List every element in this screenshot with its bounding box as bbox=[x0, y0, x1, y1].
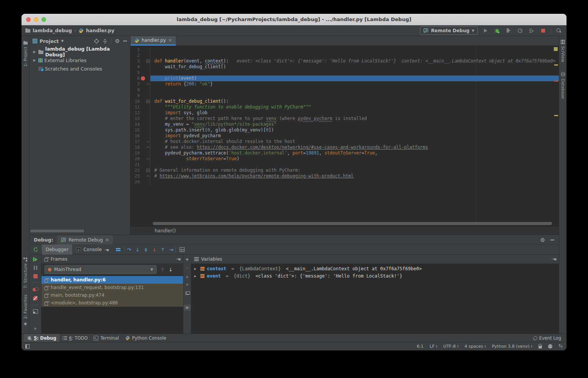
gear-icon[interactable]: ⚙ bbox=[540, 237, 545, 243]
debug-button[interactable] bbox=[493, 27, 501, 35]
expand-arrow-icon[interactable]: ▶ bbox=[194, 274, 198, 278]
tool-button-project[interactable]: 1: Project bbox=[23, 41, 28, 67]
locate-file-icon[interactable] bbox=[94, 39, 99, 44]
restore-layout-icon[interactable] bbox=[33, 309, 38, 314]
gutter[interactable]: 23 bbox=[130, 173, 150, 179]
debug-session-tab[interactable]: Remote Debug × bbox=[57, 235, 113, 245]
code-area[interactable]: 123def handler(event, context): event: <… bbox=[130, 46, 559, 226]
status-item[interactable]: Python 3.8 (venv)▴▾ bbox=[492, 344, 532, 349]
thread-dropdown[interactable]: MainThread ▼ bbox=[45, 265, 157, 274]
gutter[interactable]: 22 bbox=[130, 168, 150, 173]
pin-icon[interactable]: →▪ bbox=[552, 257, 556, 261]
tree-item-project-root[interactable]: ▶ lambda_debug [Lambda Debug] bbox=[30, 48, 130, 56]
frame-row[interactable]: handle_event_request, bootstrap.py:131 bbox=[41, 284, 183, 291]
gutter[interactable]: 8 bbox=[130, 87, 150, 93]
step-out-icon[interactable]: ↑ bbox=[159, 247, 167, 253]
gutter[interactable]: 13 bbox=[130, 116, 150, 122]
gutter[interactable]: 1 bbox=[130, 47, 150, 53]
variable-row[interactable]: ▶event = {dict} <class 'dict'>: {'messag… bbox=[191, 272, 559, 279]
tool-button-todo[interactable]: 6: TODO bbox=[59, 334, 91, 342]
profiler-button[interactable] bbox=[516, 27, 524, 35]
duplicate-watch-icon[interactable] bbox=[185, 291, 189, 295]
next-frame-icon[interactable]: ↓ bbox=[168, 267, 173, 273]
gutter[interactable]: 17 bbox=[130, 139, 150, 145]
gutter[interactable]: 3 bbox=[130, 58, 150, 64]
evaluate-expression-icon[interactable] bbox=[180, 247, 185, 252]
gutter[interactable]: 24 bbox=[130, 179, 150, 185]
gutter[interactable]: 12 bbox=[130, 110, 150, 116]
breadcrumb-file[interactable]: handler.py bbox=[86, 28, 114, 33]
fold-marker[interactable] bbox=[146, 158, 149, 161]
show-watches-icon[interactable]: ∞ bbox=[184, 305, 191, 311]
inspection-indicator[interactable] bbox=[554, 47, 558, 51]
rerun-icon[interactable] bbox=[33, 247, 38, 252]
close-session-icon[interactable]: × bbox=[105, 237, 109, 243]
pause-program-icon[interactable] bbox=[34, 266, 37, 270]
collapse-all-icon[interactable] bbox=[102, 39, 107, 44]
force-step-into-icon[interactable]: ⇟ bbox=[142, 247, 150, 253]
chevron-down-icon[interactable]: ▼ bbox=[61, 39, 64, 43]
editor-vertical-scrollbar[interactable] bbox=[553, 46, 559, 226]
mute-breakpoints-icon[interactable] bbox=[33, 296, 38, 301]
tab-console[interactable]: ▸ Console →▪ bbox=[72, 245, 112, 255]
coverage-button[interactable] bbox=[505, 27, 512, 35]
expand-arrow-icon[interactable]: ▶ bbox=[33, 50, 36, 54]
previous-frame-icon[interactable]: ↑ bbox=[160, 267, 165, 273]
expand-arrow-icon[interactable]: ▶ bbox=[33, 58, 36, 62]
gutter[interactable]: 11 bbox=[130, 104, 150, 110]
highlighting-level-icon[interactable] bbox=[548, 344, 552, 348]
variables-menu-icon[interactable] bbox=[194, 257, 199, 261]
tool-button-python-console[interactable]: Python Console bbox=[122, 334, 169, 342]
move-up-icon[interactable]: ▲ bbox=[186, 274, 188, 278]
gutter[interactable]: 5 bbox=[130, 70, 150, 76]
show-execution-point-icon[interactable] bbox=[116, 248, 121, 251]
gutter[interactable]: 16 bbox=[130, 133, 150, 139]
breakpoint-dot[interactable] bbox=[141, 76, 145, 81]
gutter[interactable]: 6 bbox=[130, 76, 150, 81]
gutter[interactable]: 7 bbox=[130, 81, 150, 87]
tool-button-terminal[interactable]: Terminal bbox=[91, 334, 122, 342]
variable-row[interactable]: ▶context = {LambdaContext} <__main__.Lam… bbox=[191, 265, 559, 272]
run-to-cursor-icon[interactable]: ⇥ bbox=[167, 247, 175, 253]
editor-horizontal-scrollbar[interactable] bbox=[153, 222, 552, 225]
run-button[interactable] bbox=[482, 27, 489, 35]
run-with-settings-button[interactable] bbox=[528, 27, 535, 35]
gutter[interactable]: 21 bbox=[130, 162, 150, 168]
resume-program-icon[interactable] bbox=[33, 257, 38, 261]
fold-marker[interactable] bbox=[146, 169, 150, 172]
tool-button-database[interactable]: Database bbox=[560, 72, 565, 99]
run-configuration-select[interactable]: Remote Debug ▼ bbox=[420, 26, 478, 35]
project-panel-title[interactable]: Project bbox=[40, 38, 59, 44]
step-over-icon[interactable]: ↷ bbox=[125, 247, 133, 253]
gutter[interactable]: 10 bbox=[130, 99, 150, 104]
zoom-window-button[interactable] bbox=[41, 17, 46, 22]
close-tab-icon[interactable]: × bbox=[168, 38, 172, 43]
project-horizontal-scrollbar[interactable] bbox=[30, 230, 84, 232]
gutter[interactable]: 15 bbox=[130, 127, 150, 133]
update-icon[interactable]: ↻? bbox=[558, 343, 563, 349]
gutter[interactable]: 2 bbox=[130, 53, 150, 58]
status-item[interactable]: 4 spaces▴▾ bbox=[464, 344, 486, 349]
expand-arrow-icon[interactable]: ▶ bbox=[194, 267, 198, 271]
hide-panel-icon[interactable] bbox=[123, 41, 127, 41]
fold-marker[interactable] bbox=[146, 175, 149, 178]
stop-button[interactable] bbox=[539, 27, 547, 35]
lock-icon[interactable] bbox=[538, 346, 542, 348]
fold-marker[interactable] bbox=[146, 83, 149, 86]
breadcrumb-function[interactable]: handler() bbox=[155, 228, 176, 233]
search-everywhere-button[interactable] bbox=[555, 27, 563, 35]
tab-debugger[interactable]: Debugger bbox=[42, 245, 72, 255]
stop-icon[interactable] bbox=[33, 274, 38, 278]
fold-marker[interactable] bbox=[146, 59, 150, 63]
fold-marker[interactable] bbox=[146, 100, 150, 103]
move-down-icon[interactable]: ▼ bbox=[186, 283, 188, 287]
status-item[interactable]: 6:1 bbox=[417, 344, 424, 349]
frame-row[interactable]: handler, handler.py:6 bbox=[41, 276, 183, 284]
add-watch-icon[interactable]: + bbox=[185, 258, 189, 261]
status-item[interactable]: UTF-8▴▾ bbox=[443, 344, 458, 349]
fold-marker[interactable] bbox=[146, 146, 149, 150]
remove-watch-icon[interactable]: − bbox=[185, 266, 189, 270]
tool-window-toggle-icon[interactable] bbox=[25, 344, 30, 348]
step-into-my-code-icon[interactable]: ↓ bbox=[150, 247, 159, 253]
tool-button-favorites[interactable]: 2: Favorites ★ bbox=[23, 294, 28, 327]
